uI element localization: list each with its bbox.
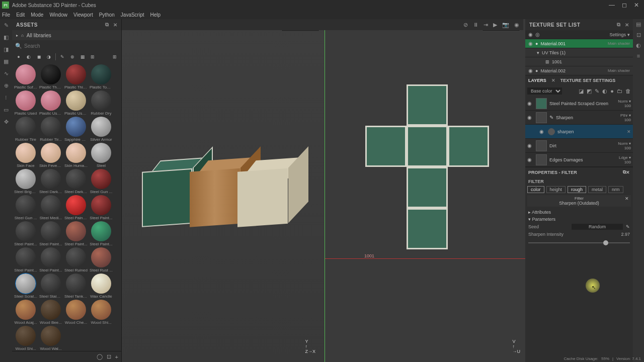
move-tool-icon[interactable]: ✥ bbox=[2, 118, 10, 126]
add-mask-icon[interactable]: ◩ bbox=[587, 88, 592, 95]
filter-mask-icon[interactable]: ◼ bbox=[35, 53, 42, 60]
menu-python[interactable]: Python bbox=[99, 12, 115, 18]
filter-env-icon[interactable]: ⊞ bbox=[89, 53, 96, 60]
filter-brush-icon[interactable]: ✎ bbox=[59, 53, 66, 60]
asset-item[interactable]: Sapphire C... bbox=[64, 117, 88, 142]
asset-item[interactable]: Rubber Tir... bbox=[39, 117, 62, 142]
close-panel-icon[interactable]: ✕ bbox=[113, 22, 118, 28]
menu-javascript[interactable]: JavaScript bbox=[121, 12, 144, 18]
close-panel-icon[interactable]: ✕ bbox=[626, 170, 630, 175]
asset-item[interactable]: Steel Dark ... bbox=[64, 169, 88, 194]
asset-item[interactable]: Rubber Dry bbox=[90, 90, 113, 116]
log-icon[interactable]: ≡ bbox=[637, 53, 640, 59]
asset-item[interactable]: Skin Huma... bbox=[64, 143, 88, 168]
viewport-3d[interactable]: Base color ▾ Y↑Z→X bbox=[122, 19, 325, 362]
grid-view-icon[interactable]: ⊞ bbox=[111, 53, 118, 60]
visibility-icon[interactable]: ◉ bbox=[539, 129, 545, 134]
clone-tool-icon[interactable]: ⊕ bbox=[2, 81, 10, 89]
filter-filter-icon[interactable]: ◑ bbox=[45, 53, 52, 60]
asset-item[interactable]: Wood Che... bbox=[64, 300, 88, 325]
asset-item[interactable]: Steel Paint... bbox=[39, 221, 62, 246]
menu-help[interactable]: Help bbox=[150, 12, 161, 18]
tset-row[interactable]: ◉●Material.002Main shader bbox=[525, 66, 633, 75]
menu-window[interactable]: Window bbox=[49, 12, 67, 18]
channel-nrm[interactable]: nrm bbox=[608, 186, 623, 193]
tab-tset-settings[interactable]: TEXTURE SET SETTINGS bbox=[560, 78, 616, 83]
menu-edit[interactable]: Edit bbox=[16, 12, 25, 18]
asset-item[interactable]: Plastic Thic... bbox=[64, 64, 88, 89]
layer-row[interactable]: ◉✎SharpenPthr ▾100 bbox=[525, 111, 633, 125]
clear-filter-icon[interactable]: ✕ bbox=[625, 196, 629, 201]
menu-viewport[interactable]: Viewport bbox=[73, 12, 93, 18]
add-group-icon[interactable]: ● bbox=[610, 88, 614, 94]
asset-item[interactable]: Plastic Used bbox=[14, 90, 37, 116]
histogram-icon[interactable]: ▤ bbox=[636, 21, 641, 28]
asset-item[interactable]: Steel Paint... bbox=[90, 221, 113, 246]
asset-item[interactable]: Steel Ruined bbox=[64, 247, 88, 273]
shader-icon[interactable]: ◐ bbox=[636, 42, 641, 49]
asset-item[interactable]: Silver Armor bbox=[90, 117, 113, 142]
brush-tool-icon[interactable]: ✎ bbox=[2, 21, 10, 29]
visibility-icon[interactable]: ◉ bbox=[528, 41, 533, 46]
asset-item[interactable]: Steel Paint... bbox=[14, 221, 37, 246]
menu-file[interactable]: File bbox=[2, 12, 10, 18]
render-icon[interactable]: ⇥ bbox=[484, 22, 488, 28]
asset-item[interactable]: Wood Wal... bbox=[39, 326, 62, 351]
asset-item[interactable]: Steel Paint... bbox=[14, 247, 37, 273]
asset-item[interactable]: Plastic The... bbox=[39, 64, 62, 89]
asset-item[interactable]: Steel Paint... bbox=[39, 247, 62, 273]
close-panel-icon[interactable]: ✕ bbox=[625, 22, 629, 28]
asset-item[interactable]: Rubber Tire bbox=[14, 117, 37, 142]
select-tool-icon[interactable]: ▭ bbox=[2, 106, 10, 114]
pause-icon[interactable]: ⏸ bbox=[473, 22, 478, 28]
asset-item[interactable]: Steel bbox=[90, 143, 113, 168]
asset-item[interactable]: Plastic Usa... bbox=[64, 90, 88, 116]
asset-item[interactable]: Steel Gun ... bbox=[14, 195, 37, 220]
asset-item[interactable]: Wood Acaj... bbox=[14, 300, 37, 325]
add-effect-icon[interactable]: ◪ bbox=[579, 88, 584, 95]
delete-layer-icon[interactable]: 🗑 bbox=[625, 88, 631, 94]
visibility-toggle-icon[interactable]: ◎ bbox=[535, 32, 540, 37]
close-tab-icon[interactable]: ✕ bbox=[551, 78, 555, 83]
minimize-icon[interactable]: — bbox=[609, 2, 615, 9]
channel-rough[interactable]: rough bbox=[568, 186, 586, 193]
tab-layers[interactable]: LAYERS bbox=[528, 78, 546, 83]
menu-mode[interactable]: Mode bbox=[31, 12, 43, 18]
intensity-slider[interactable] bbox=[528, 240, 630, 246]
filter-alpha-icon[interactable]: ⊗ bbox=[69, 53, 76, 60]
asset-item[interactable]: Steel Dark ... bbox=[39, 169, 62, 194]
asset-item[interactable]: Plastic Use... bbox=[39, 90, 62, 116]
visibility-icon[interactable]: ◉ bbox=[527, 143, 533, 148]
visibility-icon[interactable]: ◉ bbox=[528, 68, 533, 73]
search-input[interactable] bbox=[24, 43, 118, 49]
viewport-2d[interactable]: ⊞ Base color ▾ 1001 V↑→U bbox=[325, 19, 525, 362]
layer-row[interactable]: ◉DirtNorm ▾100 bbox=[525, 139, 633, 153]
layer-row[interactable]: ◉sharpen✕ bbox=[525, 125, 633, 139]
layer-row[interactable]: ◉Steel Painted Scraped GreenNorm ▾100 bbox=[525, 97, 633, 111]
tset-row[interactable]: ⊞1001 bbox=[525, 57, 633, 66]
fill-tool-icon[interactable]: ▦ bbox=[2, 57, 10, 65]
visibility-icon[interactable]: ◉ bbox=[527, 115, 533, 120]
asset-item[interactable]: Wood Bee... bbox=[39, 300, 62, 325]
add-icon[interactable]: + bbox=[115, 354, 118, 360]
capture-icon[interactable]: ◉ bbox=[514, 22, 519, 28]
asset-item[interactable]: Skin Feverish bbox=[39, 143, 62, 168]
asset-item[interactable]: Plastic Soft... bbox=[14, 64, 37, 89]
tset-row[interactable]: ▾UV Tiles (1) bbox=[525, 48, 633, 57]
eraser-tool-icon[interactable]: ◧ bbox=[2, 33, 10, 41]
import-icon[interactable]: ⊡ bbox=[107, 353, 111, 360]
seed-button[interactable]: Random bbox=[572, 224, 623, 230]
asset-item[interactable]: Steel Paint... bbox=[90, 195, 113, 220]
detach-icon[interactable]: ⧉ bbox=[105, 22, 109, 28]
asset-item[interactable]: Skin Face bbox=[14, 143, 37, 168]
add-adjust-icon[interactable]: ◐ bbox=[602, 88, 607, 95]
library-selector[interactable]: ▸ ⌂ All libraries bbox=[12, 30, 121, 40]
asset-item[interactable]: Wood Shi... bbox=[14, 326, 37, 351]
camera-icon[interactable]: 📷 bbox=[502, 22, 509, 28]
hide-ui-icon[interactable]: ⊘ bbox=[463, 22, 468, 28]
detach-icon[interactable]: ⧉ bbox=[617, 22, 621, 28]
layer-row[interactable]: ◉Edges DamagesLdge ▾100 bbox=[525, 153, 633, 167]
asset-item[interactable]: Steel Tank ... bbox=[64, 274, 88, 299]
visibility-icon[interactable]: ◉ bbox=[527, 157, 533, 162]
tset-settings[interactable]: Settings▾ bbox=[609, 32, 630, 37]
